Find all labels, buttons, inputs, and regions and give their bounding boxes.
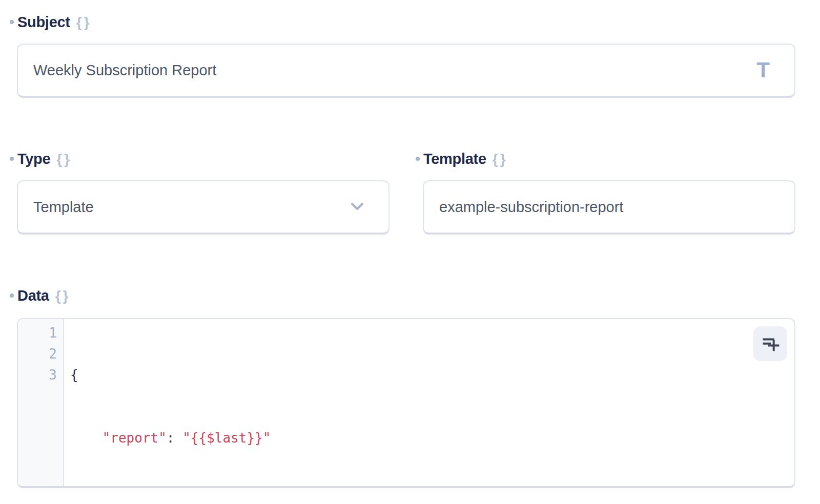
type-select[interactable]: Template: [17, 180, 389, 235]
braces-icon[interactable]: {}: [76, 14, 92, 30]
field-bullet: [10, 293, 14, 298]
json-code-editor[interactable]: 1 2 3 { "report": "{{$last}}" }: [17, 318, 795, 488]
code-line: "report": "{{$last}}": [70, 428, 794, 449]
line-number: 2: [18, 344, 57, 365]
braces-icon[interactable]: {}: [493, 151, 508, 166]
line-number-gutter: 1 2 3: [18, 319, 64, 486]
template-label: Template: [423, 151, 486, 167]
field-bullet: [10, 20, 14, 24]
type-field: Type {} Template: [17, 151, 389, 235]
template-input-value: example-subscription-report: [439, 199, 623, 216]
code-token: :: [167, 430, 182, 446]
data-field: Data {} 1 2 3 { "report": "{{$last}}" }: [17, 287, 795, 488]
line-number: 1: [18, 323, 57, 344]
type-label-row: Type {}: [10, 151, 389, 167]
chevron-down-icon: [348, 199, 366, 216]
subject-field: Subject {} Weekly Subscription Report T: [17, 14, 795, 98]
template-input[interactable]: example-subscription-report: [423, 180, 795, 235]
code-line: {: [70, 365, 794, 386]
braces-icon[interactable]: {}: [55, 288, 71, 303]
type-label: Type: [17, 151, 50, 167]
code-token-string: "{{$last}}": [182, 430, 271, 446]
subject-label: Subject: [17, 14, 70, 31]
data-label-row: Data {}: [10, 287, 795, 304]
format-json-button[interactable]: [753, 326, 787, 361]
subject-label-row: Subject {}: [10, 14, 795, 30]
braces-icon[interactable]: {}: [56, 151, 72, 166]
code-content[interactable]: { "report": "{{$last}}" }: [64, 319, 794, 486]
field-bullet: [10, 157, 14, 161]
subject-input[interactable]: Weekly Subscription Report T: [17, 44, 795, 98]
data-label: Data: [17, 287, 49, 304]
line-number: 3: [18, 365, 57, 386]
playlist-add-icon: [760, 333, 781, 355]
type-template-row: Type {} Template Template {} example-sub…: [17, 151, 795, 235]
code-token-string: "report": [102, 430, 167, 446]
code-token: {: [70, 367, 78, 383]
code-token: [70, 430, 102, 446]
type-select-value: Template: [33, 199, 94, 216]
subject-input-value: Weekly Subscription Report: [33, 62, 216, 79]
field-bullet: [416, 157, 420, 161]
template-field: Template {} example-subscription-report: [423, 151, 795, 235]
text-format-icon[interactable]: T: [756, 59, 779, 81]
template-label-row: Template {}: [416, 151, 795, 167]
form-page: Subject {} Weekly Subscription Report T …: [0, 0, 820, 488]
